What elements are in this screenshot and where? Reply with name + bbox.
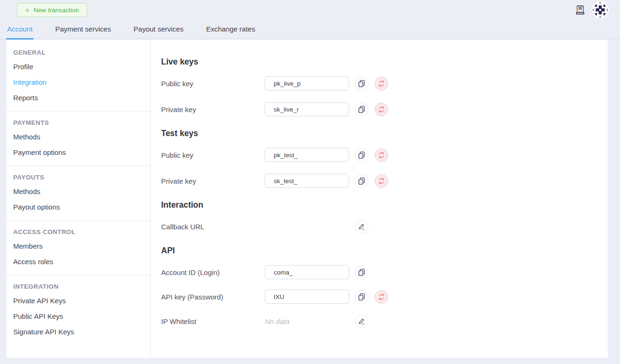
sidebar-section-title: GENERAL — [13, 49, 144, 56]
user-avatar-identicon[interactable] — [592, 1, 609, 18]
field-label: Private key — [161, 177, 265, 185]
field-label: Public key — [161, 80, 265, 88]
section-interaction: Interaction Callback URL — [161, 200, 608, 234]
regenerate-icon[interactable] — [375, 103, 388, 116]
field-row-callback-url: Callback URL — [161, 219, 608, 234]
main-layout: GENERAL Profile Integration Reports PAYM… — [7, 40, 608, 358]
field-label: API key (Password) — [161, 293, 265, 301]
copy-icon[interactable] — [355, 103, 368, 116]
no-data-placeholder: No data — [265, 317, 290, 325]
sidebar-section-integration: INTEGRATION Private API Keys Public API … — [7, 275, 150, 345]
sidebar-item-reports[interactable]: Reports — [13, 90, 144, 105]
integration-settings-panel: Live keys Public key — [151, 40, 608, 358]
sidebar-item-profile[interactable]: Profile — [13, 59, 144, 74]
field-row-api-key: API key (Password) — [161, 290, 608, 304]
sidebar-item-public-api-keys[interactable]: Public API Keys — [13, 308, 144, 324]
sidebar-section-general: GENERAL Profile Integration Reports — [7, 41, 150, 111]
sidebar-section-title: PAYOUTS — [13, 174, 144, 181]
sidebar-item-integration[interactable]: Integration — [13, 74, 144, 90]
live-public-key-input[interactable] — [265, 76, 349, 90]
tab-exchange-rates[interactable]: Exchange rates — [205, 20, 256, 40]
edit-pencil-icon[interactable] — [355, 220, 368, 234]
account-id-input[interactable] — [265, 265, 349, 279]
new-transaction-button[interactable]: + New transaction — [17, 3, 87, 17]
api-key-input[interactable] — [265, 290, 349, 304]
test-public-key-input[interactable] — [265, 148, 349, 162]
regenerate-icon[interactable] — [375, 174, 388, 188]
sidebar-item-members[interactable]: Members — [13, 238, 144, 254]
plus-icon: + — [25, 6, 30, 14]
copy-icon[interactable] — [355, 148, 368, 162]
field-label: Private key — [161, 105, 265, 113]
regenerate-icon[interactable] — [375, 290, 388, 304]
settings-sidebar: GENERAL Profile Integration Reports PAYM… — [7, 40, 151, 358]
tab-bar: Account Payment services Payout services… — [0, 20, 620, 40]
field-label: Public key — [161, 151, 265, 159]
edit-pencil-icon[interactable] — [355, 315, 368, 328]
sidebar-item-private-api-keys[interactable]: Private API Keys — [13, 293, 144, 308]
regenerate-icon[interactable] — [375, 77, 388, 90]
copy-icon[interactable] — [355, 174, 368, 188]
regenerate-icon[interactable] — [375, 148, 388, 162]
field-label: Callback URL — [161, 223, 265, 231]
tab-payout-services[interactable]: Payout services — [133, 20, 185, 40]
field-row-account-id: Account ID (Login) — [161, 265, 608, 279]
test-private-key-input[interactable] — [265, 174, 349, 188]
section-title: Live keys — [161, 57, 608, 67]
field-row-live-private-key: Private key — [161, 102, 608, 116]
section-title: API — [161, 245, 608, 256]
section-live-keys: Live keys Public key — [161, 57, 608, 116]
section-api: API Account ID (Login) API key (Pass — [161, 245, 608, 328]
section-title: Test keys — [161, 128, 608, 138]
top-bar: + New transaction — [0, 0, 620, 20]
section-test-keys: Test keys Public key — [161, 128, 608, 188]
topbar-right — [575, 1, 609, 18]
sidebar-item-signature-api-keys[interactable]: Signature API Keys — [13, 324, 144, 340]
field-row-live-public-key: Public key — [161, 76, 608, 90]
field-label: IP Whitelist — [161, 317, 265, 325]
copy-icon[interactable] — [355, 77, 368, 90]
field-row-test-public-key: Public key — [161, 148, 608, 162]
copy-icon[interactable] — [355, 266, 368, 279]
sidebar-item-payment-options[interactable]: Payment options — [13, 145, 144, 160]
field-row-test-private-key: Private key — [161, 174, 608, 188]
copy-icon[interactable] — [355, 290, 368, 304]
sidebar-section-payments: PAYMENTS Methods Payment options — [7, 111, 150, 166]
field-row-ip-whitelist: IP Whitelist No data — [161, 314, 608, 328]
sidebar-item-payout-options[interactable]: Payout options — [13, 199, 144, 215]
sidebar-item-payment-methods[interactable]: Methods — [13, 129, 144, 145]
docs-book-icon[interactable] — [575, 4, 586, 16]
live-private-key-input[interactable] — [265, 102, 349, 116]
field-label: Account ID (Login) — [161, 268, 265, 276]
new-transaction-label: New transaction — [33, 7, 79, 14]
sidebar-section-payouts: PAYOUTS Methods Payout options — [7, 166, 150, 220]
tab-payment-services[interactable]: Payment services — [54, 20, 112, 40]
sidebar-section-title: INTEGRATION — [13, 283, 144, 290]
sidebar-item-payout-methods[interactable]: Methods — [13, 184, 144, 199]
section-title: Interaction — [161, 200, 608, 210]
tab-account[interactable]: Account — [6, 20, 33, 40]
sidebar-section-title: PAYMENTS — [13, 119, 144, 126]
sidebar-item-access-roles[interactable]: Access roles — [13, 254, 144, 269]
sidebar-section-title: ACCESS CONTROL — [13, 228, 144, 235]
sidebar-section-access-control: ACCESS CONTROL Members Access roles — [7, 220, 150, 275]
